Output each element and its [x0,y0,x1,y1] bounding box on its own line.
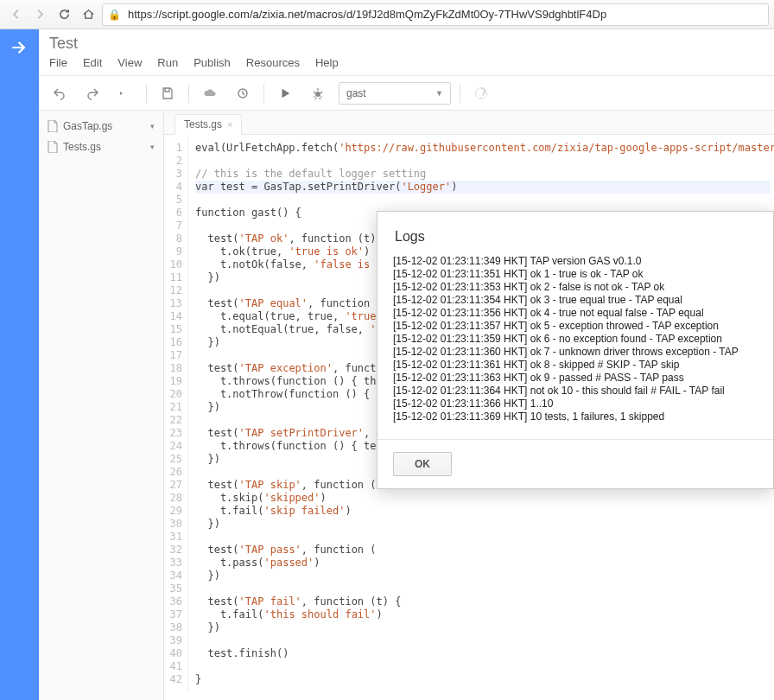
editor-tabs: Tests.gs × [164,111,774,135]
dialog-actions: OK [377,439,773,488]
redo-button[interactable] [80,81,105,105]
file-icon [48,120,58,132]
chevron-down-icon: ▼ [435,89,443,98]
back-button[interactable] [5,4,26,25]
help-button[interactable] [469,81,493,105]
log-line: [15-12-02 01:23:11:369 HKT] 10 tests, 1 … [393,410,758,423]
deploy-button[interactable] [198,81,222,105]
menu-view[interactable]: View [117,56,142,69]
log-line: [15-12-02 01:23:11:360 HKT] ok 7 - unkno… [393,346,758,359]
forward-button[interactable] [29,4,50,25]
file-name: GasTap.gs [63,120,112,132]
address-bar[interactable]: 🔒 [102,3,769,26]
ok-button[interactable]: OK [393,452,452,476]
browser-toolbar: 🔒 [0,0,774,29]
run-button[interactable] [273,81,297,105]
toolbar-divider [146,84,147,103]
save-button[interactable] [155,81,180,105]
log-line: [15-12-02 01:23:11:361 HKT] ok 8 - skipp… [393,359,758,372]
toolbar-divider [263,84,264,103]
menu-resources[interactable]: Resources [246,56,300,69]
home-button[interactable] [78,4,98,25]
menu-help[interactable]: Help [315,56,339,69]
file-icon [48,141,58,153]
app-header: Test FileEditViewRunPublishResourcesHelp [39,29,774,76]
function-selector[interactable]: gast ▼ [339,82,451,105]
log-line: [15-12-02 01:23:11:353 HKT] ok 2 - false… [393,281,758,294]
editor-tab-label: Tests.gs [184,118,222,130]
logs-dialog: Logs [15-12-02 01:23:11:349 HKT] TAP ver… [377,211,774,489]
toolbar-divider [460,84,460,103]
line-gutter: 1234567891011121314151617181920212223242… [164,135,188,693]
debug-button[interactable] [306,81,330,105]
toolbar: gast ▼ [39,76,774,111]
file-sidebar: GasTap.gs▾Tests.gs▾ [39,111,164,700]
editor-tab[interactable]: Tests.gs × [174,114,242,135]
menu-edit[interactable]: Edit [83,56,102,69]
file-item[interactable]: GasTap.gs▾ [39,116,163,137]
document-title[interactable]: Test [49,35,764,53]
log-line: [15-12-02 01:23:11:364 HKT] not ok 10 - … [393,385,758,398]
close-icon[interactable]: × [227,119,232,130]
dialog-body: [15-12-02 01:23:11:349 HKT] TAP version … [377,255,773,439]
log-line: [15-12-02 01:23:11:354 HKT] ok 3 - true … [393,294,758,307]
chevron-down-icon[interactable]: ▾ [150,122,155,130]
log-line: [15-12-02 01:23:11:363 HKT] ok 9 - passe… [393,372,758,385]
log-line: [15-12-02 01:23:11:356 HKT] ok 4 - true … [393,307,758,320]
menu-publish[interactable]: Publish [194,56,231,69]
url-input[interactable] [126,7,763,22]
menu-file[interactable]: File [49,56,67,69]
log-line: [15-12-02 01:23:11:351 HKT] ok 1 - true … [393,268,758,281]
log-line: [15-12-02 01:23:11:359 HKT] ok 6 - no ex… [393,333,758,346]
svg-point-1 [315,92,320,97]
toolbar-divider [188,84,189,103]
function-selector-label: gast [346,87,366,99]
log-line: [15-12-02 01:23:11:357 HKT] ok 5 - excep… [393,320,758,333]
log-line: [15-12-02 01:23:11:366 HKT] 1..10 [393,398,758,410]
chevron-down-icon[interactable]: ▾ [150,143,155,151]
menu-bar: FileEditViewRunPublishResourcesHelp [49,56,764,69]
log-line: [15-12-02 01:23:11:349 HKT] TAP version … [393,255,758,268]
file-name: Tests.gs [63,141,101,153]
triggers-button[interactable] [231,81,255,105]
google-bar-rail [0,29,39,700]
arrow-forward-icon [9,36,31,59]
lock-icon: 🔒 [108,9,121,21]
menu-run[interactable]: Run [157,56,178,69]
dialog-title: Logs [377,212,773,255]
indent-button[interactable] [113,81,137,105]
undo-button[interactable] [48,81,72,105]
file-item[interactable]: Tests.gs▾ [39,137,163,157]
reload-button[interactable] [54,4,74,25]
